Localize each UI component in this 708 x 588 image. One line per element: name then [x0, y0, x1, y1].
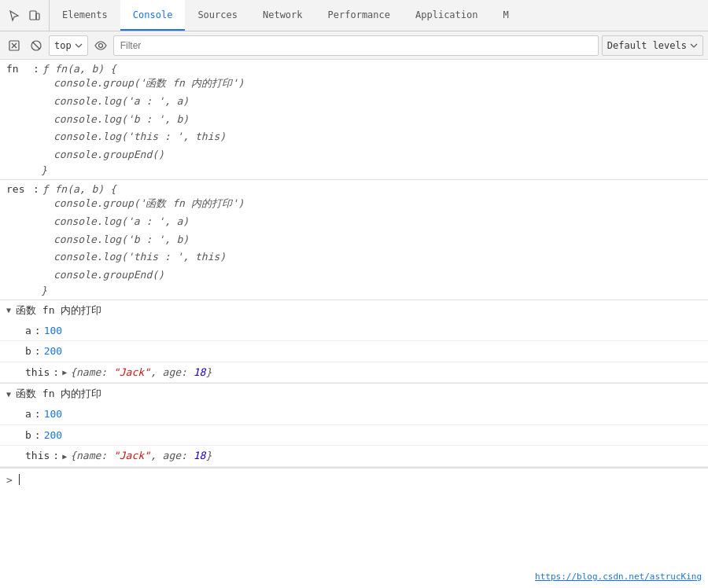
fn-code-1: ƒ fn(a, b) {: [42, 63, 116, 75]
group-item-value-2a: 100: [44, 406, 62, 422]
group-item-1-b: b : 200: [0, 341, 708, 362]
fn-code-indent-2: console.group('函数 fn 内的打印') console.log(…: [6, 195, 708, 285]
obj-triangle-2[interactable]: ▶: [62, 450, 67, 462]
devtools-icons: [0, 0, 50, 31]
tab-sources[interactable]: Sources: [185, 0, 250, 31]
tab-elements[interactable]: Elements: [50, 0, 120, 31]
fn-block-2: res : ƒ fn(a, b) { console.group('函数 fn …: [0, 180, 708, 300]
tab-application[interactable]: Application: [403, 0, 490, 31]
tab-network[interactable]: Network: [250, 0, 315, 31]
fn-line-1a: console.group('函数 fn 内的打印'): [53, 75, 708, 93]
group-item-1-a: a : 100: [0, 321, 708, 342]
default-levels-button[interactable]: Default levels: [602, 35, 703, 56]
group-item-value-1b: 200: [44, 344, 62, 359]
obj-text-2: {name: "Jack", age: 18}: [70, 448, 212, 464]
fn-line-1e: console.groupEnd(): [53, 146, 708, 164]
fn-line-2a: console.group('函数 fn 内的打印'): [53, 195, 708, 213]
group-title-text-2: 函数 fn 内的打印: [16, 387, 101, 401]
prompt-arrow-icon: >: [6, 474, 13, 486]
group-triangle-1: ▼: [6, 306, 11, 314]
fn-line-2c: console.log('b : ', b): [53, 231, 708, 249]
fn-first-line-1: fn : ƒ fn(a, b) {: [6, 63, 708, 75]
fn-line-2d: console.log('this : ', this): [53, 248, 708, 266]
group-triangle-2: ▼: [6, 390, 11, 399]
tab-performance[interactable]: Performance: [315, 0, 403, 31]
console-prompt[interactable]: >: [0, 468, 708, 491]
fn-label-1: fn: [6, 63, 30, 75]
group-item-key-1a: a: [25, 323, 31, 339]
tab-bar: Elements Console Sources Network Perform…: [0, 0, 708, 31]
group-item-value-2b: 200: [44, 428, 62, 443]
fn-line-1d: console.log('this : ', this): [53, 128, 708, 146]
group-item-2-a: a : 100: [0, 404, 708, 425]
obj-text-1: {name: "Jack", age: 18}: [70, 365, 212, 380]
group-title-text-1: 函数 fn 内的打印: [16, 303, 101, 318]
svg-rect-0: [30, 11, 36, 20]
filter-input[interactable]: [113, 35, 599, 56]
fn-brace-1: }: [6, 164, 708, 176]
group-item-value-1a: 100: [44, 323, 62, 339]
fn-line-2e: console.groupEnd(): [53, 266, 708, 285]
fn-brace-2: }: [6, 285, 708, 296]
group-item-key-2this: this: [25, 448, 50, 464]
group-items-1: a : 100 b : 200 this : ▶ {name: "Jack", …: [0, 321, 708, 384]
ban-button[interactable]: [27, 36, 46, 55]
fn-line-2b: console.log('a : ', a): [53, 213, 708, 231]
eye-button[interactable]: [91, 36, 110, 55]
group-item-key-2b: b: [25, 428, 31, 443]
console-toolbar: top Default levels: [0, 31, 708, 60]
fn-first-line-2: res : ƒ fn(a, b) {: [6, 183, 708, 195]
group-item-2-b: b : 200: [0, 425, 708, 447]
fn-line-1b: console.log('a : ', a): [53, 93, 708, 111]
clear-console-button[interactable]: [5, 36, 24, 55]
svg-rect-1: [36, 13, 39, 20]
svg-line-4: [33, 42, 40, 49]
console-output: fn : ƒ fn(a, b) { console.group('函数 fn 内…: [0, 60, 708, 588]
fn-code-2: ƒ fn(a, b) {: [42, 183, 116, 195]
svg-point-5: [98, 43, 102, 47]
fn-code-indent-1: console.group('函数 fn 内的打印') console.log(…: [6, 75, 708, 164]
console-group-2: ▼ 函数 fn 内的打印 a : 100 b : 200 this : ▶ {n…: [0, 384, 708, 468]
group-item-key-1b: b: [25, 344, 31, 359]
group-item-2-this: this : ▶ {name: "Jack", age: 18}: [0, 446, 708, 467]
obj-triangle-1[interactable]: ▶: [62, 366, 67, 378]
device-icon[interactable]: [27, 8, 42, 24]
object-preview-1[interactable]: ▶ {name: "Jack", age: 18}: [62, 365, 212, 380]
group-item-key-2a: a: [25, 406, 31, 422]
tab-more[interactable]: M: [491, 0, 522, 31]
context-selector[interactable]: top: [49, 35, 88, 56]
url-hint: https://blog.csdn.net/astrucKing: [535, 571, 702, 582]
group-item-key-1this: this: [25, 365, 50, 380]
group-title-row-1[interactable]: ▼ 函数 fn 内的打印: [0, 300, 708, 321]
tab-console[interactable]: Console: [120, 0, 186, 31]
cursor-icon[interactable]: [6, 8, 22, 24]
group-items-2: a : 100 b : 200 this : ▶ {name: "Jack", …: [0, 404, 708, 467]
object-preview-2[interactable]: ▶ {name: "Jack", age: 18}: [62, 448, 212, 464]
console-group-1: ▼ 函数 fn 内的打印 a : 100 b : 200 this : ▶ {n…: [0, 300, 708, 384]
cursor-blink: [19, 474, 20, 485]
fn-line-1c: console.log('b : ', b): [53, 111, 708, 129]
group-title-row-2[interactable]: ▼ 函数 fn 内的打印: [0, 384, 708, 404]
group-item-1-this: this : ▶ {name: "Jack", age: 18}: [0, 362, 708, 384]
fn-label-2: res: [6, 183, 30, 195]
fn-block-1: fn : ƒ fn(a, b) { console.group('函数 fn 内…: [0, 60, 708, 180]
